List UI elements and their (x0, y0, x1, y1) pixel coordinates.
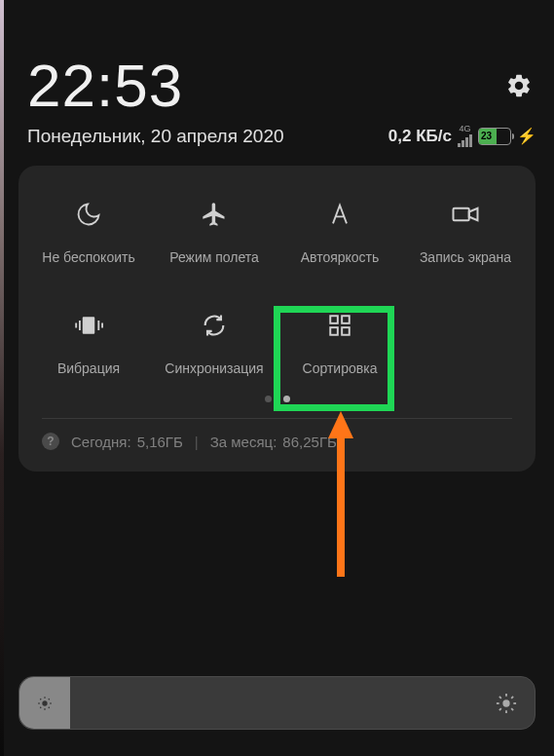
tile-empty (407, 310, 524, 376)
separator: | (195, 434, 199, 450)
battery-percent: 23 (479, 131, 492, 141)
tile-label: Не беспокоить (42, 249, 134, 265)
svg-line-22 (511, 696, 513, 698)
status-indicators: 0,2 КБ/с 4G 23 ⚡ (388, 125, 536, 147)
tile-label: Режим полета (169, 249, 259, 265)
divider (42, 418, 512, 419)
tile-sort[interactable]: Сортировка (281, 310, 398, 376)
network-speed: 0,2 КБ/с (388, 127, 452, 146)
usage-month-label: За месяц: (210, 434, 277, 450)
battery-icon: 23 (478, 128, 511, 145)
charging-icon: ⚡ (517, 127, 536, 145)
tile-label: Запись экрана (420, 249, 511, 265)
usage-today-label: Сегодня: (71, 434, 131, 450)
pager-dot (265, 396, 272, 402)
sun-low-icon (37, 696, 53, 711)
tile-label: Вибрация (57, 360, 120, 376)
svg-line-18 (511, 708, 513, 710)
svg-point-14 (502, 699, 509, 706)
tile-vibration[interactable]: Вибрация (30, 310, 147, 376)
svg-line-13 (49, 699, 50, 699)
svg-rect-2 (342, 316, 350, 323)
svg-rect-3 (330, 327, 338, 335)
svg-rect-1 (330, 316, 338, 323)
svg-line-12 (40, 706, 41, 707)
usage-today-value: 5,16ГБ (137, 434, 183, 450)
tile-sync[interactable]: Синхронизация (156, 310, 273, 376)
vibration-icon (73, 310, 104, 341)
svg-rect-4 (342, 327, 350, 335)
airplane-icon (199, 199, 230, 230)
sun-high-icon (496, 693, 517, 714)
tile-autobright[interactable]: Автояркость (281, 199, 398, 265)
svg-line-9 (49, 706, 50, 707)
autobright-icon (324, 199, 355, 230)
svg-line-21 (499, 708, 501, 710)
tile-dnd[interactable]: Не беспокоить (30, 199, 147, 265)
clock-time: 22:53 (27, 51, 183, 120)
tile-label: Синхронизация (165, 360, 263, 376)
info-icon: ? (42, 433, 59, 450)
svg-line-8 (40, 699, 41, 699)
usage-month-value: 86,25ГБ (282, 434, 337, 450)
signal-icon (458, 133, 472, 147)
page-indicator[interactable] (30, 396, 524, 402)
tile-record[interactable]: Запись экрана (407, 199, 524, 265)
svg-line-17 (499, 696, 501, 698)
settings-gear-icon[interactable] (505, 72, 533, 99)
date-label: Понедельник, 20 апреля 2020 (27, 126, 284, 147)
network-type: 4G (459, 125, 470, 133)
tile-label: Автояркость (301, 249, 380, 265)
pager-dot-active (283, 396, 290, 402)
svg-point-5 (42, 700, 47, 705)
sync-icon (199, 310, 230, 341)
tile-label: Сортировка (303, 360, 378, 376)
videocam-icon (450, 199, 481, 230)
grid-icon (324, 310, 355, 341)
brightness-slider[interactable] (18, 676, 536, 730)
data-usage-row[interactable]: ? Сегодня: 5,16ГБ | За месяц: 86,25ГБ (30, 433, 524, 454)
quick-settings-panel: Не беспокоить Режим полета Автояркость З… (18, 166, 536, 472)
tile-airplane[interactable]: Режим полета (156, 199, 273, 265)
svg-rect-0 (454, 208, 469, 221)
moon-icon (73, 199, 104, 230)
